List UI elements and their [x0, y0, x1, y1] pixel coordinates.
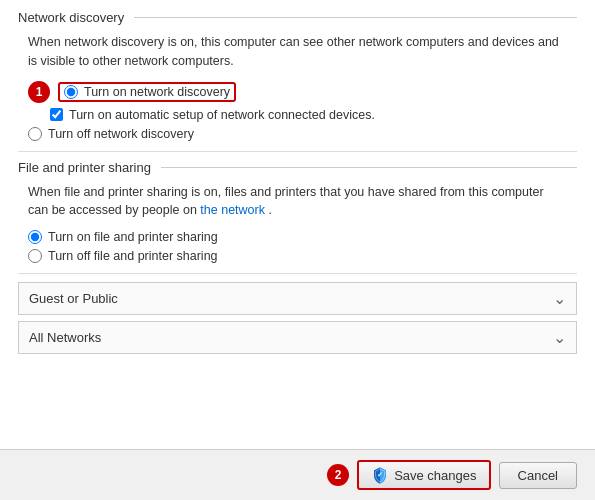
network-link[interactable]: the network [200, 203, 265, 217]
turn-on-sharing-label[interactable]: Turn on file and printer sharing [48, 230, 218, 244]
auto-setup-label[interactable]: Turn on automatic setup of network conne… [69, 108, 375, 122]
turn-on-discovery-radio[interactable] [64, 85, 78, 99]
guest-or-public-title: Guest or Public [29, 291, 553, 306]
file-printer-desc-text2: . [268, 203, 271, 217]
file-printer-sharing-header: File and printer sharing [18, 160, 577, 175]
save-changes-label: Save changes [394, 468, 476, 483]
svg-text:✓: ✓ [377, 471, 383, 478]
file-printer-sharing-title: File and printer sharing [18, 160, 151, 175]
network-discovery-line [134, 17, 577, 18]
annotation-badge-2: 2 [327, 464, 349, 486]
all-networks-section[interactable]: All Networks ⌄ [18, 321, 577, 354]
turn-off-sharing-radio[interactable] [28, 249, 42, 263]
turn-on-sharing-option: Turn on file and printer sharing [28, 230, 567, 244]
file-printer-sharing-options: Turn on file and printer sharing Turn of… [18, 230, 577, 263]
network-discovery-options: 1 Turn on network discovery Turn on auto… [18, 81, 577, 141]
file-printer-sharing-line [161, 167, 577, 168]
auto-setup-option: Turn on automatic setup of network conne… [50, 108, 567, 122]
turn-on-discovery-option: 1 Turn on network discovery [28, 81, 567, 103]
turn-on-discovery-label[interactable]: Turn on network discovery [84, 85, 230, 99]
annotation-badge-1: 1 [28, 81, 50, 103]
all-networks-title: All Networks [29, 330, 553, 345]
shield-icon: ✓ [371, 466, 389, 484]
turn-off-sharing-option: Turn off file and printer sharing [28, 249, 567, 263]
auto-setup-checkbox[interactable] [50, 108, 63, 121]
cancel-button[interactable]: Cancel [499, 462, 577, 489]
divider-1 [18, 151, 577, 152]
turn-off-discovery-radio[interactable] [28, 127, 42, 141]
turn-off-discovery-label[interactable]: Turn off network discovery [48, 127, 194, 141]
highlighted-radio-wrapper: Turn on network discovery [58, 82, 236, 102]
save-changes-button[interactable]: ✓ Save changes [357, 460, 490, 490]
network-discovery-desc: When network discovery is on, this compu… [18, 33, 577, 71]
guest-or-public-chevron-icon: ⌄ [553, 289, 566, 308]
main-content: Network discovery When network discovery… [0, 0, 595, 449]
turn-off-discovery-option: Turn off network discovery [28, 127, 567, 141]
turn-off-sharing-label[interactable]: Turn off file and printer sharing [48, 249, 218, 263]
all-networks-chevron-icon: ⌄ [553, 328, 566, 347]
file-printer-desc-text1: When file and printer sharing is on, fil… [28, 185, 544, 218]
network-discovery-title: Network discovery [18, 10, 124, 25]
divider-2 [18, 273, 577, 274]
network-discovery-header: Network discovery [18, 10, 577, 25]
file-printer-sharing-section: File and printer sharing When file and p… [18, 160, 577, 264]
file-printer-sharing-desc: When file and printer sharing is on, fil… [18, 183, 577, 221]
footer: 2 ✓ Save changes Cancel [0, 449, 595, 500]
network-discovery-section: Network discovery When network discovery… [18, 10, 577, 141]
guest-or-public-section[interactable]: Guest or Public ⌄ [18, 282, 577, 315]
turn-on-sharing-radio[interactable] [28, 230, 42, 244]
